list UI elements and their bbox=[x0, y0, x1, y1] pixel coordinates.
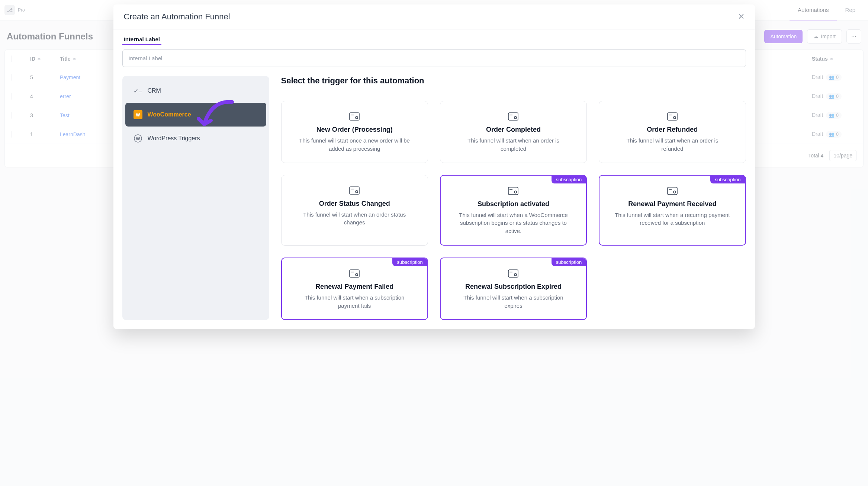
card-title: Order Completed bbox=[450, 126, 577, 134]
coupon-icon bbox=[508, 112, 518, 121]
subscription-badge: subscription bbox=[552, 176, 586, 183]
card-title: Renewal Subscription Expired bbox=[450, 283, 576, 291]
coupon-icon bbox=[667, 112, 678, 121]
svg-rect-19 bbox=[668, 187, 677, 195]
coupon-icon bbox=[508, 187, 518, 195]
trigger-card-subscription-activated[interactable]: subscription Subscription activated This… bbox=[440, 175, 587, 246]
svg-point-18 bbox=[514, 191, 517, 193]
svg-rect-10 bbox=[668, 113, 677, 120]
card-title: Renewal Payment Received bbox=[609, 200, 735, 208]
svg-rect-13 bbox=[350, 187, 359, 194]
svg-point-6 bbox=[356, 116, 358, 119]
card-title: Renewal Payment Failed bbox=[292, 283, 418, 291]
internal-label-input[interactable] bbox=[122, 49, 746, 67]
sidebar-item-label: WooCommerce bbox=[148, 111, 191, 118]
close-icon[interactable]: ✕ bbox=[738, 13, 745, 21]
svg-point-9 bbox=[514, 116, 517, 119]
svg-text:W: W bbox=[136, 112, 140, 118]
trigger-card-order-completed[interactable]: Order Completed This funnel will start w… bbox=[440, 101, 587, 163]
card-title: Order Status Changed bbox=[291, 200, 418, 208]
svg-rect-25 bbox=[508, 270, 518, 277]
card-desc: This funnel will start when a WooCommerc… bbox=[456, 211, 571, 235]
card-desc: This funnel will start when an order sta… bbox=[297, 211, 412, 227]
sidebar-item-woocommerce[interactable]: W WooCommerce bbox=[125, 103, 266, 127]
card-desc: This funnel will start when a recurring … bbox=[615, 211, 730, 227]
card-desc: This funnel will start when a subscripti… bbox=[456, 294, 571, 310]
create-automation-modal: Create an Automation Funnel ✕ Internal L… bbox=[113, 4, 755, 329]
wordpress-icon: W bbox=[134, 134, 142, 143]
card-desc: This funnel will start when a subscripti… bbox=[297, 294, 412, 310]
svg-rect-22 bbox=[350, 270, 359, 277]
coupon-icon bbox=[349, 186, 360, 195]
coupon-icon bbox=[667, 187, 678, 195]
svg-point-15 bbox=[356, 191, 358, 193]
svg-point-27 bbox=[514, 274, 517, 276]
trigger-card-new-order[interactable]: New Order (Processing) This funnel will … bbox=[281, 101, 428, 163]
card-desc: This funnel will start once a new order … bbox=[297, 137, 412, 153]
internal-label-tab[interactable]: Internal Label bbox=[122, 29, 162, 45]
svg-rect-7 bbox=[508, 113, 518, 120]
svg-point-24 bbox=[356, 274, 358, 276]
annotation-arrow-icon bbox=[197, 98, 238, 135]
svg-rect-4 bbox=[350, 113, 359, 120]
trigger-card-renewal-payment-failed[interactable]: subscription Renewal Payment Failed This… bbox=[281, 258, 428, 320]
coupon-icon bbox=[508, 269, 518, 278]
trigger-card-order-refunded[interactable]: Order Refunded This funnel will start wh… bbox=[599, 101, 746, 163]
sidebar-item-crm[interactable]: ✓≡ CRM bbox=[125, 79, 266, 103]
trigger-card-renewal-payment-received[interactable]: subscription Renewal Payment Received Th… bbox=[599, 175, 746, 246]
coupon-icon bbox=[349, 112, 360, 121]
trigger-category-sidebar: ✓≡ CRM W WooCommerce W WordPress Trigger… bbox=[122, 76, 269, 320]
subscription-badge: subscription bbox=[710, 176, 745, 183]
card-title: New Order (Processing) bbox=[291, 126, 418, 134]
svg-point-21 bbox=[673, 191, 676, 193]
woocommerce-icon: W bbox=[134, 110, 142, 119]
sidebar-item-wordpress[interactable]: W WordPress Triggers bbox=[125, 127, 266, 150]
subscription-badge: subscription bbox=[552, 258, 586, 266]
trigger-card-order-status-changed[interactable]: Order Status Changed This funnel will st… bbox=[281, 175, 428, 246]
svg-rect-16 bbox=[508, 187, 518, 195]
card-desc: This funnel will start when an order is … bbox=[456, 137, 571, 153]
svg-point-12 bbox=[673, 116, 676, 119]
card-desc: This funnel will start when an order is … bbox=[615, 137, 730, 153]
trigger-card-renewal-subscription-expired[interactable]: subscription Renewal Subscription Expire… bbox=[440, 258, 587, 320]
modal-title: Create an Automation Funnel bbox=[124, 12, 230, 22]
sidebar-item-label: CRM bbox=[148, 87, 161, 94]
sidebar-item-label: WordPress Triggers bbox=[148, 135, 200, 142]
trigger-section-title: Select the trigger for this automation bbox=[281, 76, 746, 91]
card-title: Order Refunded bbox=[609, 126, 736, 134]
svg-text:W: W bbox=[136, 136, 140, 141]
subscription-badge: subscription bbox=[392, 258, 427, 266]
card-title: Subscription activated bbox=[450, 200, 576, 208]
coupon-icon bbox=[349, 269, 360, 278]
modal-overlay: Create an Automation Funnel ✕ Internal L… bbox=[0, 0, 868, 486]
checklist-icon: ✓≡ bbox=[134, 86, 142, 95]
